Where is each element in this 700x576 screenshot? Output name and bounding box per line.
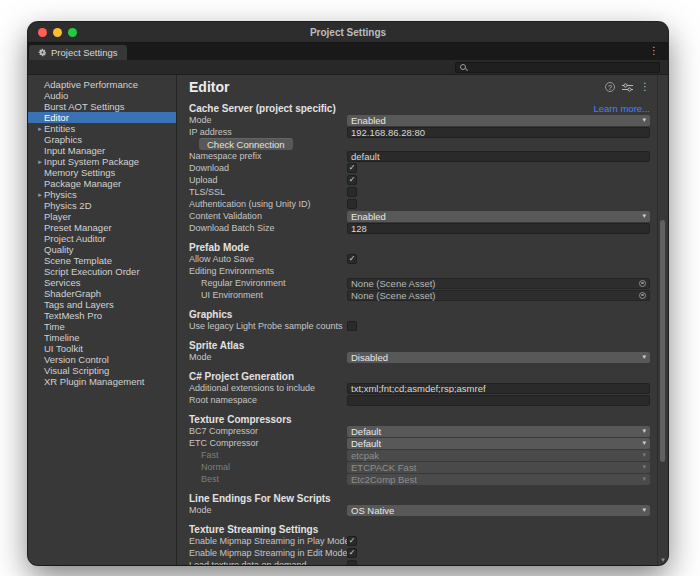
sidebar-item-entities[interactable]: ▸ Entities [28, 123, 176, 134]
setting-row-etc-best: Best Etc2Comp Best▾ [189, 473, 650, 485]
section-heading: C# Project Generation [189, 371, 294, 382]
title-bar[interactable]: Project Settings [28, 22, 668, 43]
setting-label: Enable Mipmap Streaming in Play Mode [189, 536, 347, 546]
section-line-endings: Line Endings For New Scripts Mode OS Nat… [189, 492, 650, 516]
sidebar-item-version-control[interactable]: Version Control [28, 354, 176, 365]
root-namespace-field[interactable] [347, 395, 650, 406]
sidebar-item-label: Scene Template [44, 255, 112, 266]
setting-label: Mode [189, 352, 347, 362]
expand-arrow-icon[interactable]: ▸ [36, 191, 44, 199]
sidebar-item-graphics[interactable]: Graphics [28, 134, 176, 145]
sidebar-item-label: ShaderGraph [44, 288, 101, 299]
streaming-play-checkbox[interactable]: ✓ [347, 536, 357, 546]
sidebar-item-label: Input System Package [44, 156, 139, 167]
sprite-atlas-mode-dropdown[interactable]: Disabled▾ [347, 352, 650, 363]
sidebar-item-time[interactable]: Time [28, 321, 176, 332]
vertical-scrollbar[interactable]: ▾ [657, 75, 668, 565]
preset-icon[interactable] [622, 83, 633, 92]
download-checkbox[interactable]: ✓ [347, 163, 357, 173]
sidebar-item-services[interactable]: Services [28, 277, 176, 288]
sidebar-item-xr-plugin-management[interactable]: XR Plugin Management [28, 376, 176, 387]
setting-label: Mode [189, 115, 347, 125]
scrollbar-thumb[interactable] [660, 220, 665, 462]
setting-label: Download Batch Size [189, 223, 347, 233]
sidebar-item-memory-settings[interactable]: Memory Settings [28, 167, 176, 178]
setting-label: Root namespace [189, 395, 347, 405]
setting-row-etc-normal: Normal ETCPACK Fast▾ [189, 461, 650, 473]
namespace-prefix-field[interactable]: default [347, 151, 650, 162]
sidebar-item-label: Quality [44, 244, 74, 255]
help-icon[interactable]: ? [605, 82, 615, 92]
more-menu-icon[interactable]: ⋮ [649, 46, 659, 56]
expand-arrow-icon[interactable]: ▸ [36, 125, 44, 133]
tab-project-settings[interactable]: Project Settings [29, 45, 127, 60]
sidebar-item-player[interactable]: Player [28, 211, 176, 222]
sidebar-item-input-manager[interactable]: Input Manager [28, 145, 176, 156]
sidebar-item-timeline[interactable]: Timeline [28, 332, 176, 343]
line-endings-mode-dropdown[interactable]: OS Native▾ [347, 505, 650, 516]
sidebar-item-burst-aot-settings[interactable]: Burst AOT Settings [28, 101, 176, 112]
chevron-down-icon: ▾ [642, 212, 646, 220]
learn-more-link[interactable]: Learn more... [594, 103, 651, 114]
check-icon: ✓ [349, 537, 356, 545]
expand-arrow-icon[interactable]: ▸ [36, 158, 44, 166]
zoom-button[interactable] [68, 28, 77, 37]
setting-row-ui-environment: UI Environment None (Scene Asset) [189, 289, 650, 301]
etc-fast-dropdown: etcpak▾ [347, 450, 650, 461]
chevron-down-icon: ▾ [642, 463, 646, 471]
streaming-edit-checkbox[interactable]: ✓ [347, 548, 357, 558]
setting-label: Additional extensions to include [189, 383, 347, 393]
cache-mode-dropdown[interactable]: Enabled▾ [347, 115, 650, 126]
sidebar-item-scene-template[interactable]: Scene Template [28, 255, 176, 266]
sidebar-item-label: Editor [44, 112, 69, 123]
section-heading: Prefab Mode [189, 242, 249, 253]
object-picker-icon[interactable] [639, 280, 646, 287]
sidebar-item-label: Input Manager [44, 145, 105, 156]
scroll-down-arrow-icon[interactable]: ▾ [658, 556, 668, 564]
close-button[interactable] [38, 28, 47, 37]
sidebar-item-physics-2d[interactable]: Physics 2D [28, 200, 176, 211]
check-connection-button[interactable]: Check Connection [199, 138, 293, 150]
regular-environment-field[interactable]: None (Scene Asset) [347, 278, 650, 289]
setting-row-streaming-edit: Enable Mipmap Streaming in Edit Mode ✓ [189, 547, 650, 559]
sidebar-item-label: Visual Scripting [44, 365, 109, 376]
sidebar-item-package-manager[interactable]: Package Manager [28, 178, 176, 189]
download-batch-size-field[interactable]: 128 [347, 223, 650, 234]
sidebar-item-label: Adaptive Performance [44, 79, 138, 90]
bc7-compressor-dropdown[interactable]: Default▾ [347, 426, 650, 437]
minimize-button[interactable] [53, 28, 62, 37]
search-input[interactable] [455, 62, 660, 73]
sidebar-item-project-auditor[interactable]: Project Auditor [28, 233, 176, 244]
sidebar-item-physics[interactable]: ▸ Physics [28, 189, 176, 200]
sidebar-item-editor[interactable]: Editor [28, 112, 176, 123]
sidebar-item-visual-scripting[interactable]: Visual Scripting [28, 365, 176, 376]
sidebar-item-shadergraph[interactable]: ShaderGraph [28, 288, 176, 299]
load-on-demand-checkbox[interactable]: ✓ [347, 560, 357, 565]
sidebar-item-script-execution-order[interactable]: Script Execution Order [28, 266, 176, 277]
legacy-probes-checkbox[interactable]: ✓ [347, 321, 357, 331]
ip-address-field[interactable]: 192.168.86.28:80 [347, 127, 650, 138]
sidebar-item-adaptive-performance[interactable]: Adaptive Performance [28, 79, 176, 90]
section-heading: Texture Streaming Settings [189, 524, 318, 535]
project-settings-window: Project Settings Project Settings ⋮ Adap… [28, 22, 668, 565]
auto-save-checkbox[interactable]: ✓ [347, 254, 357, 264]
sidebar-item-preset-manager[interactable]: Preset Manager [28, 222, 176, 233]
tls-checkbox[interactable]: ✓ [347, 187, 357, 197]
sidebar-item-label: Tags and Layers [44, 299, 114, 310]
ui-environment-field[interactable]: None (Scene Asset) [347, 290, 650, 301]
sidebar-item-tags-and-layers[interactable]: Tags and Layers [28, 299, 176, 310]
more-menu-icon[interactable]: ⋮ [640, 82, 650, 92]
authentication-checkbox[interactable]: ✓ [347, 199, 357, 209]
sidebar-item-audio[interactable]: Audio [28, 90, 176, 101]
object-picker-icon[interactable] [639, 292, 646, 299]
sidebar-item-ui-toolkit[interactable]: UI Toolkit [28, 343, 176, 354]
sidebar-item-quality[interactable]: Quality [28, 244, 176, 255]
etc-compressor-dropdown[interactable]: Default▾ [347, 438, 650, 449]
upload-checkbox[interactable]: ✓ [347, 175, 357, 185]
content-validation-dropdown[interactable]: Enabled▾ [347, 211, 650, 222]
sidebar-item-textmesh-pro[interactable]: TextMesh Pro [28, 310, 176, 321]
extensions-field[interactable]: txt;xml;fnt;cd;asmdef;rsp;asmref [347, 383, 650, 394]
section-graphics: Graphics Use legacy Light Probe sample c… [189, 308, 650, 332]
sidebar-item-input-system-package[interactable]: ▸ Input System Package [28, 156, 176, 167]
section-heading: Line Endings For New Scripts [189, 493, 331, 504]
